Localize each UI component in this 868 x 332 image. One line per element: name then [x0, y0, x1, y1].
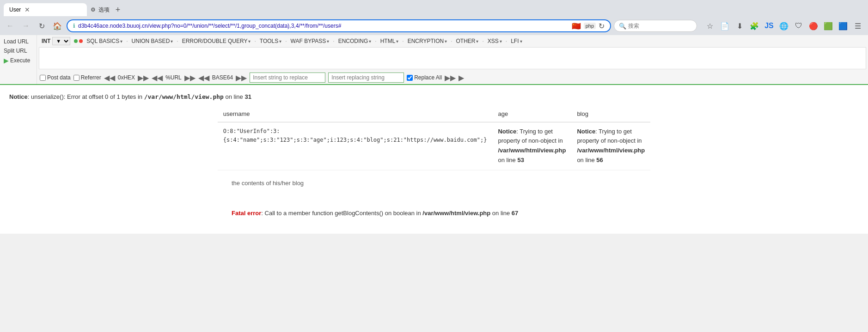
menu-encoding[interactable]: ENCODING▾ — [336, 37, 374, 45]
cell-username: O:8:"UserInfo":3:{s:4:"name";s:3:"123";s… — [218, 122, 493, 170]
fatal-error-msg: : Call to a member function getBlogConte… — [261, 210, 422, 217]
menu-other[interactable]: OTHER▾ — [453, 37, 481, 45]
fatal-error-section: Fatal error: Call to a member function g… — [226, 199, 642, 222]
base64-label: BASE64 — [212, 74, 233, 81]
post-data-checkbox[interactable] — [40, 75, 46, 81]
col-age: age — [492, 107, 571, 122]
hex-label: 0xHEX — [118, 74, 135, 81]
table-header-row: username age blog — [218, 107, 651, 122]
search-input[interactable] — [628, 23, 684, 29]
execute-label: Execute — [10, 57, 30, 64]
age-line-num: 53 — [517, 157, 524, 163]
search-bar[interactable]: 🔍 — [614, 20, 697, 32]
tab-options[interactable]: ⚙ 选项 — [91, 6, 110, 14]
menu-waf-bypass[interactable]: WAF BYPASS▾ — [288, 37, 332, 45]
base64-right-arrow[interactable]: ▶▶ — [236, 73, 247, 82]
hackbar: Load URL Split URL ▶ Execute INT ▼ — [0, 35, 868, 85]
hackbar-right: INT ▼ SQL BASICS▾ · UNION BASED▾ · — [37, 35, 868, 84]
new-tab-button[interactable]: + — [111, 3, 124, 16]
page-content: Notice: unserialize(): Error at offset 0… — [0, 85, 868, 234]
js-icon[interactable]: JS — [763, 19, 776, 32]
load-url-button[interactable]: Load URL — [0, 37, 37, 46]
fatal-error-bold: Fatal error — [232, 210, 261, 217]
menu-xss[interactable]: XSS▾ — [485, 37, 505, 45]
blog-notice-path: /var/www/html/view.php — [577, 147, 645, 154]
notice-line-label: on line — [224, 93, 245, 100]
notice-line-num: 31 — [245, 93, 251, 100]
replace-right-arrow[interactable]: ▶▶ — [445, 73, 456, 82]
address-input[interactable] — [78, 23, 569, 29]
menu-error-double[interactable]: ERROR/DOUBLE QUERY▾ — [179, 37, 254, 45]
int-select[interactable]: ▼ — [52, 37, 70, 45]
hackbar-url-area[interactable] — [39, 47, 866, 69]
hackbar-sidebar: Load URL Split URL ▶ Execute — [0, 35, 37, 84]
options-label: 选项 — [98, 6, 110, 14]
menu-lfi[interactable]: LFI▾ — [508, 37, 525, 45]
col-blog: blog — [571, 107, 650, 122]
replace-all-label[interactable]: Replace All — [407, 74, 442, 81]
reload-icon[interactable]: ↻ — [599, 22, 605, 30]
table-row: O:8:"UserInfo":3:{s:4:"name";s:3:"123";s… — [218, 122, 651, 170]
menu-encryption[interactable]: ENCRYPTION▾ — [405, 37, 450, 45]
addon-icon1[interactable]: 🟩 — [822, 19, 835, 32]
age-line-label: on line — [498, 157, 517, 163]
back-button[interactable]: ← — [4, 19, 17, 32]
fatal-error-path: /var/www/html/view.php — [422, 210, 490, 217]
base64-left-arrow[interactable]: ◀◀ — [198, 73, 209, 82]
referrer-label[interactable]: Referrer — [73, 74, 101, 81]
forward-button[interactable]: → — [19, 19, 32, 32]
hackbar-menu: SQL BASICS▾ · UNION BASED▾ · ERROR/DOUBL… — [84, 37, 525, 45]
fatal-error-line: Fatal error: Call to a member function g… — [232, 209, 636, 218]
gear-icon: ⚙ — [91, 6, 96, 13]
url-right-arrow[interactable]: ▶▶ — [184, 73, 196, 82]
replace-arrow2[interactable]: ▶ — [458, 73, 464, 82]
address-bar-input-wrap[interactable]: ℹ 🇨🇳 php ↻ — [67, 19, 611, 32]
notice-line: Notice: unserialize(): Error at offset 0… — [9, 92, 859, 102]
refresh-button[interactable]: ↻ — [35, 19, 48, 32]
hackbar-controls: Post data Referrer ◀◀ 0xHEX ▶▶ ◀◀ %URL ▶… — [37, 71, 868, 84]
split-url-button[interactable]: Split URL — [0, 46, 37, 55]
translate-icon[interactable]: 🌐 — [777, 19, 790, 32]
reader-icon[interactable]: 📄 — [718, 19, 731, 32]
notice-bold: Notice — [9, 93, 28, 100]
url-textarea[interactable] — [42, 49, 863, 62]
menu-html[interactable]: HTML▾ — [378, 37, 402, 45]
fatal-line-label: on line — [490, 210, 512, 217]
blog-content-section: the contents of his/her blog — [226, 175, 642, 192]
status-dot-red — [79, 39, 83, 43]
security-badge[interactable]: 🔴 — [807, 19, 820, 32]
string-to-replace-input[interactable] — [250, 72, 325, 83]
replace-all-checkbox[interactable] — [407, 75, 413, 81]
home-button[interactable]: 🏠 — [51, 19, 64, 32]
hex-right-arrow[interactable]: ▶▶ — [138, 73, 149, 82]
status-dot-green — [74, 39, 78, 43]
addon-icon2[interactable]: 🟦 — [837, 19, 850, 32]
replacing-string-input[interactable] — [328, 72, 404, 83]
tab-close-button[interactable]: ✕ — [24, 6, 30, 13]
status-dots — [74, 39, 83, 43]
referrer-checkbox[interactable] — [73, 75, 79, 81]
hex-left-arrow[interactable]: ◀◀ — [104, 73, 115, 82]
post-data-label[interactable]: Post data — [40, 74, 71, 81]
url-left-arrow[interactable]: ◀◀ — [152, 73, 163, 82]
blog-line-num: 56 — [596, 157, 603, 163]
blog-notice-bold: Notice — [577, 128, 595, 135]
fatal-line-num: 67 — [512, 210, 518, 217]
int-control: INT ▼ — [39, 36, 73, 46]
cell-age: Notice: Trying to get property of non-ob… — [492, 122, 571, 170]
menu-icon[interactable]: ☰ — [851, 19, 864, 32]
menu-union-based[interactable]: UNION BASED▾ — [129, 37, 176, 45]
bookmark-icon[interactable]: ☆ — [703, 19, 716, 32]
extensions-icon[interactable]: 🧩 — [748, 19, 761, 32]
execute-button[interactable]: ▶ Execute — [0, 55, 37, 66]
tab-title: User — [9, 6, 21, 13]
security-icon: ℹ — [73, 23, 75, 29]
toolbar-icons: ☆ 📄 ⬇ 🧩 JS 🌐 🛡 🔴 🟩 🟦 ☰ — [703, 19, 864, 32]
menu-sql-basics[interactable]: SQL BASICS▾ — [84, 37, 125, 45]
active-tab[interactable]: User ✕ — [4, 3, 87, 16]
address-bar: ← → ↻ 🏠 ℹ 🇨🇳 php ↻ 🔍 ☆ 📄 ⬇ 🧩 JS 🌐 🛡 🔴 🟩 … — [0, 17, 868, 35]
download-icon[interactable]: ⬇ — [733, 19, 746, 32]
notice-path: /var/www/html/view.php — [144, 93, 224, 100]
shield-icon[interactable]: 🛡 — [792, 19, 805, 32]
menu-tools[interactable]: TOOLS▾ — [257, 37, 284, 45]
